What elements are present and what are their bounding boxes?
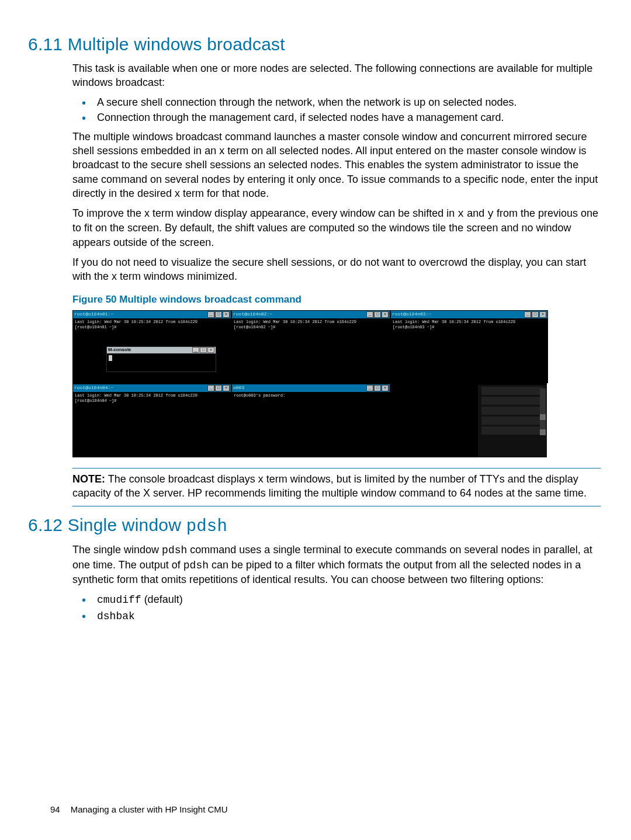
- minimize-icon: _: [207, 385, 214, 391]
- xterm-titlebar: root@o184n01:~ _□×: [73, 311, 231, 318]
- figure-50-caption: Figure 50 Multiple windows broadcast com…: [72, 293, 601, 307]
- bullet-item: cmudiff (default): [72, 592, 601, 607]
- text: and: [464, 207, 487, 219]
- window-controls: _□×: [207, 311, 230, 318]
- side-panel: [478, 385, 547, 457]
- figure-50-image: root@o184n01:~ _□× Last login: Wed Mar 3…: [72, 310, 547, 457]
- xterm-title: root@o184n01:~: [74, 311, 113, 318]
- xterm-body: root@o003's password:: [232, 392, 390, 400]
- maximize-icon: □: [215, 311, 222, 318]
- heading-text: 6.12 Single window: [28, 515, 186, 534]
- xterm-body: Last login: Wed Mar 30 10:25:34 2012 fro…: [73, 318, 231, 332]
- text: To improve the x term window display app…: [72, 207, 457, 219]
- scrollbar: [540, 388, 546, 435]
- xterm-window: root@o184n02:~ _□× Last login: Wed Mar 3…: [231, 310, 390, 383]
- cursor-block: [109, 355, 112, 361]
- section-6-12-p1: The single window pdsh command uses a si…: [72, 543, 601, 586]
- heading-code: pdsh: [186, 517, 227, 536]
- bullet-item: Connection through the management card, …: [72, 110, 601, 124]
- minimize-icon: _: [366, 385, 373, 391]
- section-6-11-intro: This task is available when one or more …: [72, 61, 601, 90]
- note-separator-bottom: [72, 506, 601, 506]
- inline-code-x: x: [457, 208, 464, 220]
- footer-title: Managing a cluster with HP Insight CMU: [71, 804, 228, 814]
- bullet-item: A secure shell connection through the ne…: [72, 95, 601, 109]
- note-text: The console broadcast displays x term wi…: [72, 473, 587, 499]
- xterm-body: Last login: Wed Mar 30 10:25:34 2012 fro…: [391, 318, 547, 332]
- window-controls: _□×: [192, 347, 214, 353]
- section-6-12-bullets: cmudiff (default) dshbak: [72, 592, 601, 623]
- close-icon: ×: [223, 311, 230, 318]
- m-console-title: M-console: [108, 347, 131, 353]
- section-6-11-p4: If you do not need to visualize the secu…: [72, 255, 601, 284]
- xterm-title: root@o184n02:~: [233, 311, 272, 318]
- window-controls: _□×: [207, 385, 230, 391]
- xterm-titlebar: o003 _□×: [232, 384, 390, 392]
- close-icon: ×: [539, 311, 546, 318]
- text: The single window: [72, 544, 162, 556]
- inline-code-pdsh: pdsh: [162, 544, 187, 556]
- bullet-item: dshbak: [72, 609, 601, 623]
- window-controls: _□×: [366, 385, 389, 391]
- maximize-icon: □: [532, 311, 539, 318]
- page-footer: 94Managing a cluster with HP Insight CMU: [50, 804, 228, 815]
- xterm-title: o003: [233, 385, 244, 391]
- inline-code-cmudiff: cmudiff: [97, 594, 141, 606]
- note-label: NOTE:: [72, 473, 105, 485]
- xterm-body: Last login: Wed Mar 30 10:25:34 2012 fro…: [73, 392, 231, 405]
- page-number: 94: [50, 804, 60, 814]
- xterm-titlebar: root@o184n03:~ _□×: [391, 311, 547, 318]
- maximize-icon: □: [215, 385, 222, 391]
- maximize-icon: □: [374, 385, 381, 391]
- window-controls: _□×: [366, 311, 389, 318]
- m-console-window: M-console _□×: [106, 346, 216, 372]
- minimize-icon: _: [207, 311, 214, 318]
- xterm-window: root@o184n03:~ _□× Last login: Wed Mar 3…: [390, 310, 548, 383]
- close-icon: ×: [207, 347, 214, 353]
- xterm-window: root@o184n04:~ _□× Last login: Wed Mar 3…: [72, 384, 231, 457]
- section-6-12-heading: 6.12 Single window pdsh: [28, 513, 603, 538]
- xterm-body: Last login: Wed Mar 30 10:25:34 2012 fro…: [232, 318, 390, 332]
- section-6-11-bullets: A secure shell connection through the ne…: [72, 95, 601, 125]
- text: (default): [141, 593, 183, 605]
- note-separator-top: [72, 468, 601, 468]
- xterm-window: o003 _□× root@o003's password:: [231, 384, 390, 457]
- close-icon: ×: [223, 385, 230, 391]
- close-icon: ×: [382, 311, 389, 318]
- minimize-icon: _: [192, 347, 199, 353]
- xterm-titlebar: root@o184n02:~ _□×: [232, 311, 390, 318]
- minimize-icon: _: [366, 311, 373, 318]
- inline-code-pdsh: pdsh: [183, 560, 209, 571]
- section-6-11-p3: To improve the x term window display app…: [72, 206, 601, 249]
- section-6-11-heading: 6.11 Multiple windows broadcast: [28, 33, 603, 57]
- maximize-icon: □: [200, 347, 207, 353]
- close-icon: ×: [382, 385, 389, 391]
- xterm-titlebar: root@o184n04:~ _□×: [73, 384, 231, 392]
- xterm-title: root@o184n04:~: [74, 385, 113, 391]
- window-controls: _□×: [524, 311, 546, 318]
- inline-code-y: y: [487, 208, 494, 220]
- note-block: NOTE: The console broadcast displays x t…: [72, 472, 601, 501]
- inline-code-dshbak: dshbak: [97, 610, 135, 622]
- maximize-icon: □: [374, 311, 381, 318]
- xterm-title: root@o184n03:~: [392, 311, 431, 318]
- section-6-11-p2: The multiple windows broadcast command l…: [72, 130, 601, 200]
- minimize-icon: _: [524, 311, 531, 318]
